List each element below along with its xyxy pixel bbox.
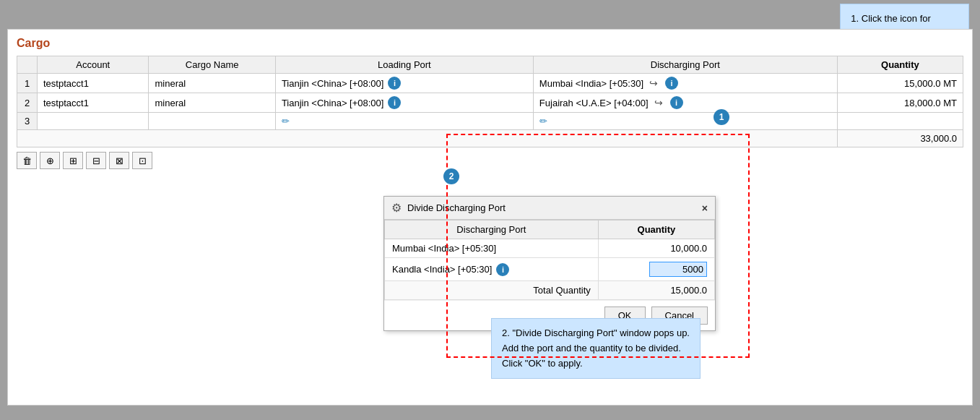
quantity-1: 15,000.0 MT <box>837 74 963 93</box>
grid-button-2[interactable]: ⊟ <box>86 152 106 169</box>
col-header-discharging: Discharging Port <box>533 56 837 74</box>
col-header-quantity: Quantity <box>837 56 963 74</box>
loading-port-info-icon-1[interactable]: i <box>388 77 401 90</box>
toolbar: 🗑 ⊕ ⊞ ⊟ ⊠ ⊡ <box>17 152 963 169</box>
bottom-callout-line2: Add the port and the quantity to be divi… <box>502 341 690 356</box>
account-3 <box>38 113 149 130</box>
add-button[interactable]: ⊕ <box>40 152 60 169</box>
bottom-callout-line1: 2. "Divide Discharging Port" window pops… <box>502 326 690 341</box>
badge-2-container: 2 <box>443 168 459 184</box>
row-num-2: 2 <box>17 93 38 113</box>
popup-total-value: 15,000.0 <box>598 281 714 300</box>
loading-port-2: Tianjin <China> [+08:00] i <box>275 93 533 113</box>
popup-qty-input-2[interactable] <box>649 262 707 277</box>
popup-row-1: Mumbai <India> [+05:30] 10,000.0 <box>385 239 715 258</box>
popup-header: ⚙ Divide Discharging Port × <box>384 197 715 220</box>
cargo-name-1: mineral <box>149 74 275 93</box>
cargo-table: Account Cargo Name Loading Port Discharg… <box>17 56 963 147</box>
total-quantity: 33,000.0 <box>837 130 963 147</box>
quantity-2: 18,000.0 MT <box>837 93 963 113</box>
divide-discharging-popup: ⚙ Divide Discharging Port × Discharging … <box>383 196 716 331</box>
close-button[interactable]: × <box>702 202 708 214</box>
badge-1-container: 1 <box>714 109 729 125</box>
row-num-3: 3 <box>17 113 38 130</box>
loading-port-3: ✏ <box>275 113 533 130</box>
cargo-name-3 <box>149 113 275 130</box>
grid-button-1[interactable]: ⊞ <box>63 152 83 169</box>
discharging-port-info-icon-1[interactable]: i <box>665 77 678 90</box>
total-label-cell <box>17 130 838 147</box>
popup-total-row: Total Quantity 15,000.0 <box>385 281 715 300</box>
discharging-port-info-icon-2[interactable]: i <box>670 96 683 109</box>
divide-discharging-icon-2[interactable]: ↪ <box>651 96 666 109</box>
delete-button[interactable]: 🗑 <box>17 152 37 169</box>
quantity-3 <box>837 113 963 130</box>
gear-icon: ⚙ <box>391 201 402 215</box>
col-header-num <box>17 56 38 74</box>
popup-col-qty: Quantity <box>598 220 714 239</box>
popup-qty-2[interactable] <box>598 258 714 281</box>
table-row: 1 testptacct1 mineral Tianjin <China> [+… <box>17 74 963 93</box>
discharging-port-3: ✏ <box>533 113 837 130</box>
popup-qty-1: 10,000.0 <box>598 239 714 258</box>
account-2: testptacct1 <box>38 93 149 113</box>
edit-icon-loading-3[interactable]: ✏ <box>282 116 290 127</box>
edit-icon-discharging-3[interactable]: ✏ <box>539 116 547 127</box>
table-row: 3 ✏ ✏ <box>17 113 963 130</box>
popup-info-icon-2[interactable]: i <box>496 263 509 276</box>
section-title: Cargo <box>17 37 963 50</box>
col-header-account: Account <box>38 56 149 74</box>
row-num-1: 1 <box>17 74 38 93</box>
discharging-port-1: Mumbai <India> [+05:30] ↪ i <box>533 74 837 93</box>
cargo-name-2: mineral <box>149 93 275 113</box>
col-header-loading: Loading Port <box>275 56 533 74</box>
grid-button-3[interactable]: ⊠ <box>109 152 129 169</box>
popup-total-label: Total Quantity <box>385 281 599 300</box>
grid-button-4[interactable]: ⊡ <box>132 152 152 169</box>
badge-1: 1 <box>714 109 729 125</box>
badge-2: 2 <box>443 168 459 184</box>
bottom-callout: 2. "Divide Discharging Port" window pops… <box>491 318 701 379</box>
divide-discharging-icon-1[interactable]: ↪ <box>646 77 661 90</box>
account-1: testptacct1 <box>38 74 149 93</box>
total-row: 33,000.0 <box>17 130 963 147</box>
table-row: 2 testptacct1 mineral Tianjin <China> [+… <box>17 93 963 113</box>
col-header-cargo: Cargo Name <box>149 56 275 74</box>
popup-header-left: ⚙ Divide Discharging Port <box>391 201 506 215</box>
popup-port-1: Mumbai <India> [+05:30] <box>385 239 599 258</box>
popup-title: Divide Discharging Port <box>407 202 506 213</box>
loading-port-1: Tianjin <China> [+08:00] i <box>275 74 533 93</box>
discharging-port-2: Fujairah <U.A.E> [+04:00] ↪ i <box>533 93 837 113</box>
bottom-callout-line3: Click "OK" to apply. <box>502 356 690 372</box>
popup-col-port: Discharging Port <box>385 220 599 239</box>
popup-table: Discharging Port Quantity Mumbai <India>… <box>384 220 715 300</box>
popup-row-2: Kandla <India> [+05:30] i <box>385 258 715 281</box>
popup-port-2: Kandla <India> [+05:30] i <box>385 258 599 281</box>
loading-port-info-icon-2[interactable]: i <box>388 96 401 109</box>
main-panel: Cargo Account Cargo Name Loading Port Di… <box>7 29 973 406</box>
